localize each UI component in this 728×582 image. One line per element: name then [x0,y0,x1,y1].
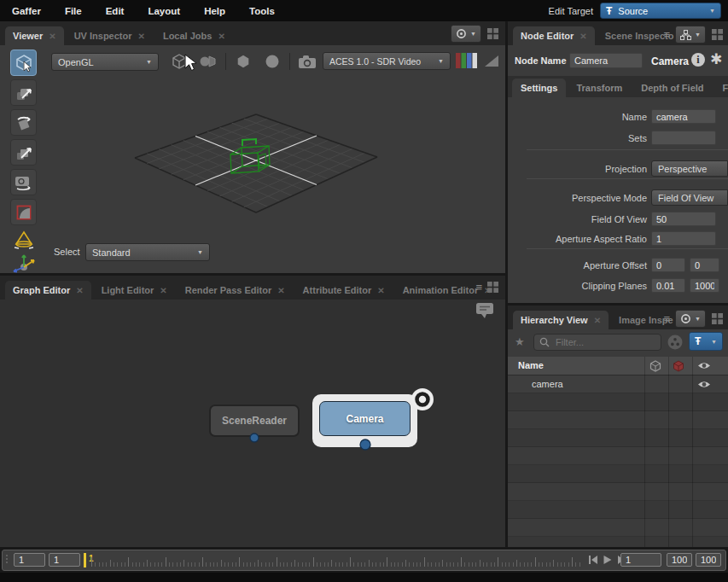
viewport-3d[interactable] [41,47,505,243]
edit-scope-dropdown[interactable]: Ŧ ▼ [689,332,723,351]
camera-tool-button[interactable] [10,169,37,195]
tab-depth-of-field[interactable]: Depth of Field [632,79,712,97]
close-icon[interactable]: ✕ [377,286,384,295]
ruler-tick [306,562,306,567]
frame-increment-input[interactable] [620,553,661,567]
rotate-tool-button[interactable] [10,109,37,136]
target-dropdown[interactable]: ▼ [675,310,706,328]
play-button[interactable] [603,555,613,565]
ruler-tick [313,557,314,567]
mouse-cursor [184,54,198,73]
info-icon[interactable]: i [691,53,705,67]
skip-to-start-button[interactable] [588,555,598,565]
ruler-tick [505,562,506,567]
current-frame-marker[interactable] [84,553,86,567]
node-set-dropdown[interactable]: ▼ [675,26,706,44]
filter-input[interactable] [554,336,651,348]
translate-tool-button[interactable] [10,79,37,106]
close-icon[interactable]: ✕ [138,32,145,41]
table-row[interactable]: camera [508,375,728,393]
ruler-tick [520,562,521,567]
drag-handle[interactable] [6,555,9,567]
focus-indicator-icon[interactable] [411,387,434,411]
close-icon[interactable]: ✕ [277,286,284,295]
timeline-ruler[interactable] [91,550,585,570]
clipping-far-input[interactable] [690,278,719,293]
edit-target-dropdown[interactable]: Ŧ Source ▼ [600,3,721,19]
field-of-view-input[interactable] [651,212,716,226]
ruler-tick [372,562,373,567]
aperture-offset-x-input[interactable] [651,258,685,272]
node-name-input[interactable] [569,53,643,68]
tab-label: Render Pass Editor [185,285,271,295]
filter-settings-icon[interactable] [667,334,684,351]
tab-node-editor[interactable]: Node Editor ✕ [513,26,595,45]
layout-grid-icon[interactable] [487,282,498,293]
close-icon[interactable]: ✕ [49,32,55,41]
viewer-panel: Viewer ✕ UV Inspector ✕ Local Jobs ✕ ▼ O… [0,21,505,273]
gear-icon[interactable]: ✱ [710,50,722,68]
tab-viewer[interactable]: Viewer ✕ [5,26,64,45]
projection-label: Projection [508,164,647,174]
menu-file[interactable]: File [53,6,94,16]
tab-truncated[interactable]: F [714,79,728,97]
close-icon[interactable]: ✕ [160,286,166,295]
tab-render-pass-editor[interactable]: Render Pass Editor ✕ [178,281,293,300]
menu-tools[interactable]: Tools [237,6,287,16]
layout-grid-icon[interactable] [487,28,498,39]
annotation-bubble-icon[interactable] [475,301,495,320]
star-icon[interactable]: ★ [515,335,525,348]
transform-axes-tool-button[interactable] [10,249,37,276]
node-editor-panel: Node Editor ✕ Scene Inspecto ≡ ▼ Node Na… [508,21,728,303]
close-icon[interactable]: ✕ [218,32,224,41]
tab-light-editor[interactable]: Light Editor ✕ [94,281,175,300]
current-frame-input[interactable] [49,553,80,567]
select-mode-dropdown[interactable]: Standard ▼ [85,243,210,261]
scale-tool-button[interactable] [10,139,37,166]
ruler-tick [483,562,484,567]
node-output-plug[interactable] [358,438,372,451]
close-icon[interactable]: ✕ [76,286,83,295]
projection-dropdown[interactable]: Perspective [651,160,728,177]
node-output-plug[interactable] [248,432,260,444]
tab-uv-inspector[interactable]: UV Inspector ✕ [67,26,153,45]
menu-gaffer[interactable]: Gaffer [0,6,53,16]
menu-layout[interactable]: Layout [136,6,192,16]
hamburger-icon[interactable]: ≡ [475,281,481,294]
frame-range-end-input[interactable] [667,553,692,567]
node-camera[interactable]: Camera [319,401,411,436]
eye-icon[interactable] [697,380,711,389]
menu-edit[interactable]: Edit [94,6,137,16]
ruler-tick [457,562,458,567]
camera-settings-dropdown[interactable]: ▼ [451,25,481,43]
name-input[interactable] [651,109,716,124]
tab-transform[interactable]: Transform [568,79,631,97]
tab-local-jobs[interactable]: Local Jobs ✕ [155,26,233,45]
tab-hierarchy-view[interactable]: Hierarchy View ✕ [513,311,609,329]
tab-settings[interactable]: Settings [512,79,566,97]
close-icon[interactable]: ✕ [579,32,586,41]
ruler-tick [546,562,547,567]
hamburger-icon[interactable]: ≡ [663,28,669,41]
layout-grid-icon[interactable] [712,313,723,324]
ruler-tick [498,557,498,567]
aperture-aspect-input[interactable] [651,231,716,246]
sets-input[interactable] [651,131,716,145]
tab-attribute-editor[interactable]: Attribute Editor ✕ [295,281,393,300]
clipping-near-input[interactable] [651,278,685,293]
layout-grid-icon[interactable] [712,29,723,40]
tab-graph-editor[interactable]: Graph Editor ✕ [5,281,91,300]
select-tool-button[interactable] [10,49,37,76]
node-name-label: Node Name [515,55,567,66]
perspective-mode-dropdown[interactable]: Field Of View [651,189,728,206]
ruler-tick [114,562,114,567]
menu-help[interactable]: Help [192,6,237,16]
tab-label: Settings [521,83,557,93]
close-icon[interactable]: ✕ [594,316,601,325]
playback-range-end-input[interactable] [696,553,721,567]
crop-window-tool-button[interactable] [10,199,37,225]
aperture-offset-y-input[interactable] [690,258,719,272]
ruler-tick [472,562,473,567]
frame-range-start-input[interactable] [14,553,45,567]
hamburger-icon[interactable]: ≡ [663,312,669,325]
